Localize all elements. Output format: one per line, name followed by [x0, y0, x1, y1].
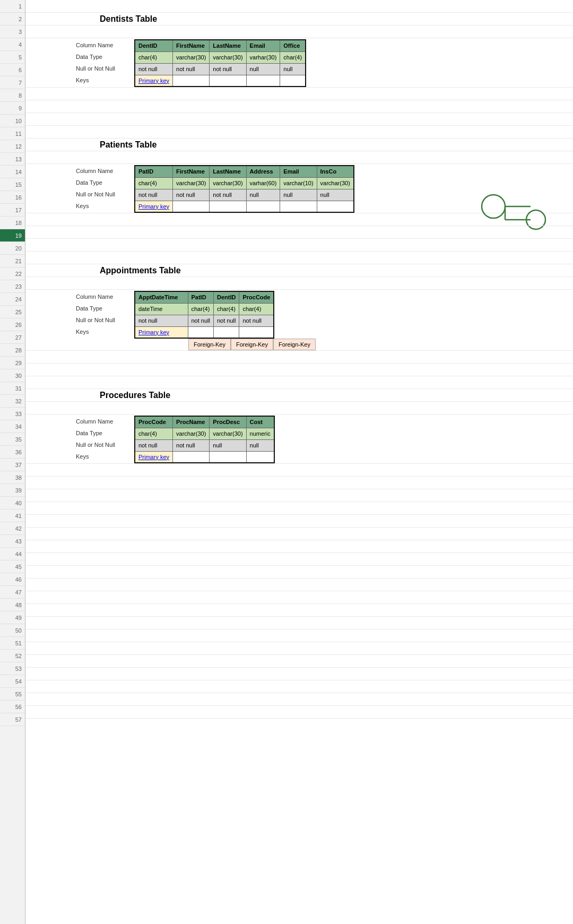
row-num-55: 55 — [0, 688, 25, 701]
patients-col5-header: Email — [280, 166, 317, 177]
dentists-dtype-row: char(4) varchar(30) varchar(30) varhar(3… — [135, 51, 306, 63]
dentists-col4-null: null — [246, 63, 280, 75]
row-num-50: 50 — [0, 624, 25, 637]
row-num-9: 9 — [0, 102, 25, 115]
appt-col2-header: PatID — [188, 291, 213, 303]
row-num-24: 24 — [0, 293, 25, 306]
dentists-col4-key — [246, 75, 280, 87]
dentists-null-row: not null not null not null null null — [135, 63, 306, 75]
appt-col4-header: ProcCode — [239, 291, 274, 303]
row-8 — [25, 88, 573, 100]
proc-col3-header: ProcDesc — [210, 416, 246, 428]
row-num-14: 14 — [0, 166, 25, 178]
proc-col3-dtype: varchar(30) — [210, 428, 246, 439]
row-40 — [25, 489, 573, 502]
dentists-header-row: DentID FirstName LastName Email Office — [135, 40, 306, 51]
row-num-51: 51 — [0, 637, 25, 650]
label-col-name-d: Column Name — [76, 39, 134, 51]
patients-col1-key: Primary key — [135, 201, 173, 212]
row-num-26: 26 — [0, 318, 25, 331]
appt-col1-null: not null — [135, 315, 188, 326]
appointments-title: Appointments Table — [25, 264, 573, 277]
row-num-21: 21 — [0, 255, 25, 267]
appointments-labels: Column Name Data Type Null or Not Null K… — [76, 291, 134, 338]
row-1 — [25, 0, 573, 13]
row-32: Procedures Table — [25, 389, 573, 402]
sheet-main: Dentists Table Column Name Data Type Nul… — [25, 0, 573, 924]
appt-col2-fk: Foreign-Key — [188, 339, 231, 350]
row-13 — [25, 151, 573, 164]
row-3 — [25, 25, 573, 38]
dentists-schema-block: Column Name Data Type Null or Not Null K… — [25, 38, 573, 88]
dentists-col3-dtype: varchar(30) — [210, 51, 246, 63]
label-col-name-p: Column Name — [76, 165, 134, 177]
appt-col3-null: not null — [213, 315, 239, 326]
row-num-2: 2 — [0, 13, 25, 25]
row-num-57: 57 — [0, 713, 25, 726]
patients-col5-key — [280, 201, 317, 212]
row-num-27: 27 — [0, 331, 25, 344]
appt-col4-dtype: char(4) — [239, 303, 274, 315]
proc-col2-key — [173, 451, 210, 463]
dentists-col4-header: Email — [246, 40, 280, 51]
row-num-39: 39 — [0, 484, 25, 497]
row-num-31: 31 — [0, 382, 25, 395]
patients-title: Patients Table — [25, 139, 573, 151]
row-39 — [25, 477, 573, 489]
appt-col1-key: Primary key — [135, 326, 188, 338]
dentists-col2-dtype: varchar(30) — [173, 51, 210, 63]
row-num-8: 8 — [0, 89, 25, 102]
row-num-44: 44 — [0, 548, 25, 560]
procedures-title: Procedures Table — [25, 389, 573, 402]
appointments-table: ApptDateTime PatID DentID ProcCode dateT… — [134, 291, 274, 339]
dentists-title: Dentists Table — [25, 13, 573, 25]
row-num-10: 10 — [0, 115, 25, 127]
row-num-23: 23 — [0, 280, 25, 293]
row-num-13: 13 — [0, 153, 25, 166]
row-num-6: 6 — [0, 64, 25, 76]
row-num-33: 33 — [0, 408, 25, 420]
dentists-col5-dtype: char(4) — [280, 51, 306, 63]
proc-col4-header: Cost — [246, 416, 274, 428]
label-keys-a: Keys — [76, 326, 134, 338]
patients-col5-dtype: varchar(10) — [280, 177, 317, 189]
patients-col3-null: not null — [210, 189, 246, 201]
dentists-col3-key — [210, 75, 246, 87]
procedures-keys-row: Primary key — [135, 451, 274, 463]
dentists-labels: Column Name Data Type Null or Not Null K… — [76, 39, 134, 86]
patients-table: PatID FirstName LastName Address Email I… — [134, 165, 354, 213]
row-num-3: 3 — [0, 25, 25, 38]
patients-col2-null: not null — [173, 189, 210, 201]
row-57 — [25, 706, 573, 719]
dentists-col3-header: LastName — [210, 40, 246, 51]
dentists-col2-key — [173, 75, 210, 87]
row-43 — [25, 528, 573, 540]
patients-col5-null: null — [280, 189, 317, 201]
row-num-46: 46 — [0, 573, 25, 586]
row-2: Dentists Table — [25, 13, 573, 25]
proc-col1-header: ProcCode — [135, 416, 173, 428]
row-20 — [25, 239, 573, 252]
patients-keys-row: Primary key — [135, 201, 354, 212]
row-num-19: 19 — [0, 229, 25, 242]
patients-col3-dtype: varchar(30) — [210, 177, 246, 189]
row-10 — [25, 113, 573, 126]
row-num-30: 30 — [0, 369, 25, 382]
row-num-29: 29 — [0, 357, 25, 369]
appt-col3-key — [213, 326, 239, 338]
dentists-col2-header: FirstName — [173, 40, 210, 51]
row-num-25: 25 — [0, 306, 25, 318]
row-22: Appointments Table — [25, 264, 573, 277]
proc-col2-dtype: varchar(30) — [173, 428, 210, 439]
label-data-type-d: Data Type — [76, 51, 134, 63]
row-num-35: 35 — [0, 433, 25, 446]
appt-col4-null: not null — [239, 315, 274, 326]
proc-col3-null: null — [210, 439, 246, 451]
row-num-1: 1 — [0, 0, 25, 13]
patients-schema-block: Column Name Data Type Null or Not Null K… — [25, 164, 573, 213]
row-num-38: 38 — [0, 471, 25, 484]
patients-col6-header: InsCo — [317, 166, 354, 177]
proc-col4-key — [246, 451, 274, 463]
row-19 — [25, 226, 573, 239]
appointments-schema-block: Column Name Data Type Null or Not Null K… — [25, 290, 573, 351]
